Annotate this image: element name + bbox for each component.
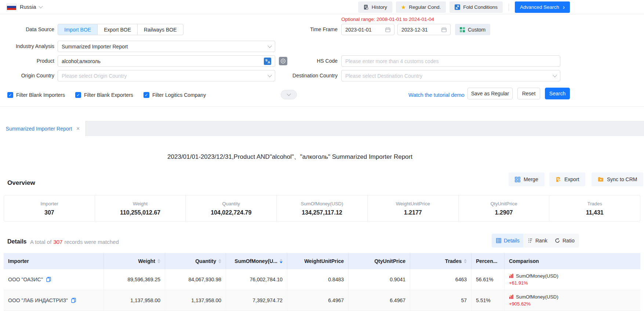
product-input[interactable]	[58, 55, 275, 67]
col-sum-of-money[interactable]: SumOfMoney(U...	[226, 253, 287, 269]
origin-country-select[interactable]: Please select Origin Country	[58, 70, 275, 81]
search-button[interactable]: Search	[545, 88, 570, 99]
comparison-metric: SumOfMoney(USD)	[516, 273, 559, 279]
col-comparison: Comparison	[505, 253, 640, 269]
stat-label: QtyUnitPrice	[490, 201, 517, 206]
destination-country-select[interactable]: Please select Destination Country	[341, 70, 560, 81]
topbar-actions: History ★ Regular Cond. Fold Conditions …	[358, 1, 570, 13]
importer-name[interactable]: ООО "ОАЗИС"	[8, 277, 43, 282]
sort-icon[interactable]	[464, 259, 467, 263]
page: Russia History ★ Regular Cond. Fold Cond…	[0, 0, 644, 311]
checkbox-checked-icon: ✓	[143, 92, 149, 98]
sort-icon[interactable]	[157, 259, 160, 263]
bar-chart-icon[interactable]	[509, 274, 514, 278]
copy-icon[interactable]	[71, 298, 76, 303]
custom-range-button[interactable]: Custom	[455, 24, 490, 35]
filter-blank-exporters-checkbox[interactable]: ✓ Filter Blank Exporters	[75, 92, 133, 98]
fold-conditions-icon	[455, 4, 460, 10]
country-selector[interactable]: Russia	[7, 0, 42, 14]
col-trades[interactable]: Trades	[410, 253, 472, 269]
view-rank-label: Rank	[535, 238, 547, 244]
destination-country-label: Destination Country	[277, 70, 338, 81]
weight-unit-price-cell: 6.4967	[287, 290, 349, 311]
history-icon	[363, 4, 369, 10]
origin-country-placeholder: Please select Origin Country	[62, 73, 265, 79]
advanced-search-button[interactable]: Advanced Search ›	[515, 1, 570, 13]
summary-count: 307	[51, 239, 64, 245]
weight-unit-price-cell: 0.8483	[287, 269, 349, 290]
search-form: Optional range: 2008-01-01 to 2024-01-04…	[0, 14, 644, 107]
export-button[interactable]: Export	[549, 172, 585, 186]
report-title: 2023/01/01-2023/12/31,Product AND"alcoho…	[0, 153, 580, 161]
calendar-icon	[385, 27, 390, 32]
origin-country-label: Origin Country	[0, 70, 54, 81]
custom-icon	[460, 27, 465, 32]
sort-icon-active-desc[interactable]	[280, 259, 283, 263]
col-quantity[interactable]: Quantity	[165, 253, 226, 269]
save-as-regular-button[interactable]: Save as Regular	[467, 88, 513, 99]
sort-icon[interactable]	[218, 259, 221, 263]
product-input-field[interactable]	[62, 58, 261, 64]
data-source-railways-boe[interactable]: Railways BOE	[137, 24, 183, 35]
filter-blank-importers-checkbox[interactable]: ✓ Filter Blank Importers	[7, 92, 65, 98]
comparison-cell: SumOfMoney(USD) +905.62%	[505, 290, 640, 311]
view-rank-button[interactable]: Rank	[523, 234, 552, 248]
close-icon[interactable]: ×	[76, 126, 80, 132]
fold-conditions-button[interactable]: Fold Conditions	[450, 1, 503, 13]
comparison-change: +61.91%	[509, 280, 528, 286]
col-weight[interactable]: Weight	[104, 253, 165, 269]
chevron-right-icon: ›	[563, 4, 565, 10]
percent-cell: 56.61%	[472, 269, 505, 290]
hs-code-label: HS Code	[277, 55, 338, 67]
details-summary: A total of307records were matched	[30, 239, 119, 245]
stat-sum-of-money: SumOfMoney(USD) 134,257,117.12	[277, 195, 368, 221]
time-frame-to-value: 2023-12-31	[401, 27, 439, 33]
tab-summarized-importer-report[interactable]: Summarized Importer Report ×	[0, 121, 86, 136]
time-frame-from-input[interactable]: 2023-01-01	[341, 24, 394, 35]
col-percent: Percen...	[472, 253, 505, 269]
summary-suffix: records were matched	[64, 239, 119, 245]
data-source-export-boe[interactable]: Export BOE	[97, 24, 138, 35]
sum-of-money-cell: 7,392,974.72	[226, 290, 287, 311]
history-label: History	[372, 4, 387, 10]
quantity-cell: 84,067,930.98	[165, 269, 226, 290]
stat-value: 110,255,012.67	[120, 209, 160, 216]
merge-button[interactable]: Merge	[509, 172, 545, 186]
hs-code-input-field[interactable]	[345, 58, 556, 64]
regular-cond-button[interactable]: ★ Regular Cond.	[396, 1, 446, 13]
stat-value: 134,257,117.12	[302, 209, 342, 216]
time-frame-label: Time Frame	[277, 24, 338, 35]
stat-quantity: Quantity 104,022,724.79	[186, 195, 277, 221]
bar-chart-icon[interactable]	[509, 294, 514, 299]
importer-name[interactable]: ООО "ЛАБ ИНДАСТРИЗ"	[8, 297, 68, 303]
quantity-cell: 1,137,958.00	[165, 290, 226, 311]
export-label: Export	[564, 176, 579, 182]
destination-country-placeholder: Please select Destination Country	[345, 73, 550, 79]
hs-code-input[interactable]	[341, 55, 560, 67]
data-source-label: Data Source	[0, 24, 54, 35]
details-heading: Details	[7, 238, 26, 245]
tutorial-demo-link[interactable]: Watch the tutorial demo	[408, 90, 465, 100]
col-importer: Importer	[4, 253, 104, 269]
copy-icon[interactable]	[46, 277, 51, 282]
history-button[interactable]: History	[358, 1, 392, 13]
collapse-conditions-button[interactable]	[281, 90, 297, 99]
data-source-import-boe[interactable]: Import BOE	[58, 24, 98, 35]
sum-of-money-cell: 76,002,784.10	[226, 269, 287, 290]
comparison-change: +905.62%	[509, 301, 531, 307]
industry-analysis-select[interactable]: Summarized Importer Report	[58, 41, 275, 52]
topbar-divider	[509, 4, 509, 11]
reset-button[interactable]: Reset	[517, 88, 540, 99]
sync-to-crm-button[interactable]: Sync to CRM	[592, 172, 643, 186]
translate-icon[interactable]	[264, 58, 271, 65]
table-header-row: Importer Weight Quantity SumOfMoney(U...…	[4, 253, 640, 269]
stat-label: Importer	[40, 201, 58, 206]
filter-logitics-company-checkbox[interactable]: ✓ Filter Logitics Company	[143, 92, 206, 98]
view-ratio-button[interactable]: Ratio	[550, 234, 579, 248]
data-source-segmented: Import BOE Export BOE Railways BOE	[58, 24, 183, 35]
qty-unit-price-cell: 6.4967	[349, 290, 410, 311]
chevron-down-icon	[39, 4, 43, 8]
time-frame-to-input[interactable]: 2023-12-31	[397, 24, 451, 35]
view-details-button[interactable]: Details	[492, 234, 524, 248]
percent-cell: 5.51%	[472, 290, 505, 311]
